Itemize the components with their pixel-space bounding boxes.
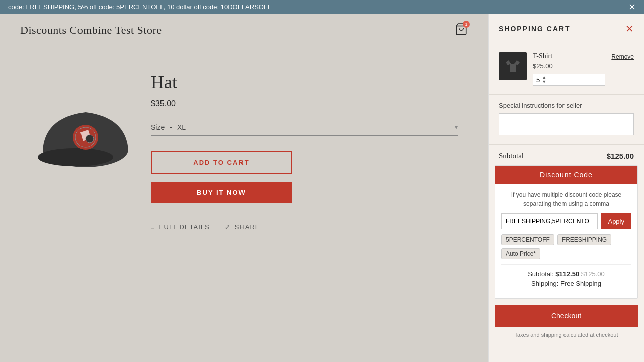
special-instructions-label: Special instructions for seller <box>499 102 634 109</box>
discount-tag: 5PERCENTOFF <box>501 234 554 245</box>
product-links: ≡ FULL DETAILS ⤢ SHARE <box>151 223 458 231</box>
size-label: Size <box>151 123 165 131</box>
announcement-text: code: FREESHIPPING, 5% off code: 5PERCEN… <box>8 3 272 11</box>
discount-header: Discount Code <box>495 166 637 184</box>
size-dash: - <box>170 123 172 131</box>
discount-tag-auto: Auto Price* <box>501 248 540 259</box>
taxes-note: Taxes and shipping calculated at checkou… <box>489 332 644 344</box>
add-to-cart-button[interactable]: ADD TO CART <box>151 151 292 174</box>
discount-subtotal-prefix: Subtotal: <box>528 270 553 278</box>
product-name: Hat <box>151 72 458 93</box>
apply-discount-button[interactable]: Apply <box>601 213 631 229</box>
special-instructions-input[interactable] <box>499 113 634 135</box>
announcement-bar: code: FREESHIPPING, 5% off code: 5PERCEN… <box>0 0 644 14</box>
full-details-link[interactable]: ≡ FULL DETAILS <box>151 223 210 231</box>
cart-panel: SHOPPING CART ✕ T-Shirt $25.00 5 ▲▼ <box>488 14 644 362</box>
svg-point-2 <box>38 148 113 166</box>
size-value: XL <box>177 123 450 131</box>
discount-input-row: Apply <box>501 213 631 229</box>
checkout-button[interactable]: Checkout <box>495 305 638 327</box>
size-selector[interactable]: Size - XL ▾ <box>151 123 458 136</box>
quantity-arrows[interactable]: ▲▼ <box>542 75 546 84</box>
svg-point-5 <box>86 135 94 143</box>
special-instructions-section: Special instructions for seller <box>489 95 644 145</box>
cart-title: SHOPPING CART <box>499 25 571 33</box>
cart-icon-button[interactable]: 1 <box>455 23 468 38</box>
discount-shipping: Shipping: Free Shipping <box>501 280 631 287</box>
cart-header: SHOPPING CART ✕ <box>489 14 644 44</box>
cart-item: T-Shirt $25.00 5 ▲▼ Remove <box>489 44 644 95</box>
original-price: $125.00 <box>581 270 605 278</box>
item-name: T-Shirt <box>533 52 605 60</box>
share-icon: ⤢ <box>225 223 231 231</box>
store-area: Discounts Combine Test Store 1 <box>0 14 488 357</box>
quantity-value: 5 <box>536 76 540 84</box>
product-area: Hat $35.00 Size - XL ▾ ADD TO CART BUY I… <box>0 47 488 258</box>
list-icon: ≡ <box>151 223 155 231</box>
chevron-down-icon: ▾ <box>455 124 458 131</box>
discount-body: If you have multiple discount code pleas… <box>495 184 637 298</box>
store-title: Discounts Combine Test Store <box>20 24 162 37</box>
subtotal-label: Subtotal <box>499 152 524 160</box>
discount-subtotal-line: Subtotal: $112.50 $125.00 <box>501 270 631 278</box>
product-price: $35.00 <box>151 99 458 108</box>
share-link[interactable]: ⤢ SHARE <box>225 223 260 231</box>
item-image <box>499 52 527 80</box>
full-details-label: FULL DETAILS <box>159 223 210 231</box>
buy-now-button[interactable]: BUY IT NOW <box>151 182 292 203</box>
store-header: Discounts Combine Test Store 1 <box>0 14 488 47</box>
discount-tag: FREESHIPPING <box>557 234 611 245</box>
share-label: SHARE <box>235 223 260 231</box>
discount-section: Discount Code If you have multiple disco… <box>495 165 638 299</box>
remove-item-button[interactable]: Remove <box>611 53 634 60</box>
close-cart-icon[interactable]: ✕ <box>625 23 634 35</box>
item-price: $25.00 <box>533 62 605 70</box>
discount-instructions: If you have multiple discount code pleas… <box>501 190 631 208</box>
subtotal-value: $125.00 <box>607 152 634 160</box>
discount-totals: Subtotal: $112.50 $125.00 Shipping: Free… <box>501 264 631 287</box>
discount-code-input[interactable] <box>501 213 598 229</box>
discounted-price: $112.50 <box>555 270 579 278</box>
product-image <box>30 67 131 238</box>
item-info: T-Shirt $25.00 5 ▲▼ <box>533 52 605 86</box>
cart-badge: 1 <box>463 21 470 28</box>
close-announcement-icon[interactable]: ✕ <box>628 3 636 12</box>
cart-subtotal-row: Subtotal $125.00 <box>489 145 644 165</box>
discount-tags: 5PERCENTOFF FREESHIPPING Auto Price* <box>501 234 631 259</box>
item-quantity[interactable]: 5 ▲▼ <box>533 74 605 86</box>
product-details: Hat $35.00 Size - XL ▾ ADD TO CART BUY I… <box>151 67 458 231</box>
